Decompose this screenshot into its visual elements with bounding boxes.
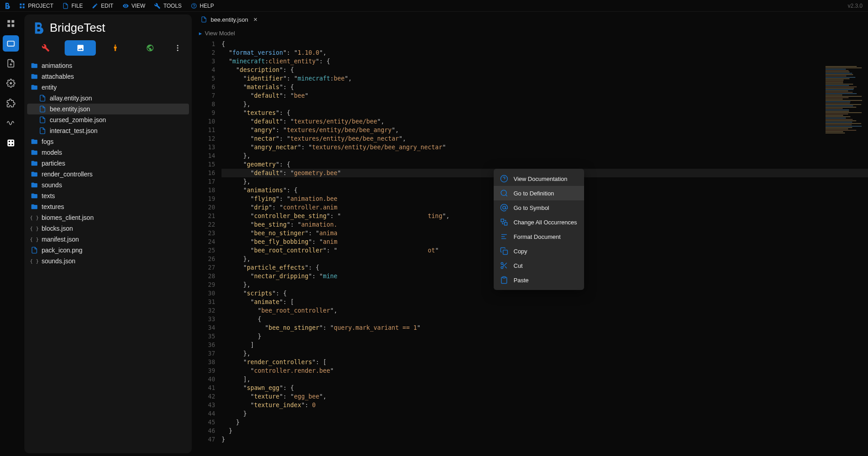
tree-item[interactable]: { }biomes_client.json bbox=[27, 212, 189, 223]
ctx-view-documentation[interactable]: View Documentation bbox=[494, 171, 584, 186]
tree-item[interactable]: allay.entity.json bbox=[27, 93, 189, 104]
tree-item-label: attachables bbox=[42, 73, 74, 80]
ctx-go-to-symbol[interactable]: Go to Symbol bbox=[494, 200, 584, 215]
pack-tab-behavior[interactable] bbox=[30, 40, 61, 56]
code-line[interactable]: "angry_nectar": "textures/entity/bee/bee… bbox=[222, 143, 868, 152]
tree-item[interactable]: textures bbox=[27, 201, 189, 212]
code-line[interactable]: "controller.render.bee" bbox=[222, 366, 868, 375]
svg-rect-39 bbox=[503, 277, 505, 278]
tab-bee-entity[interactable]: bee.entity.json bbox=[196, 13, 264, 26]
close-icon[interactable] bbox=[252, 16, 259, 23]
ctx-change-all-occurrences[interactable]: Change All Occurrences bbox=[494, 215, 584, 229]
code-line[interactable]: ], bbox=[222, 375, 868, 384]
code-line[interactable]: } bbox=[222, 418, 868, 427]
waveform-button[interactable] bbox=[3, 115, 19, 131]
tree-item[interactable]: pack_icon.png bbox=[27, 245, 189, 256]
code-line[interactable]: }, bbox=[222, 152, 868, 160]
menu-file[interactable]: FILE bbox=[58, 0, 87, 11]
tree-item[interactable]: interact_test.json bbox=[27, 125, 189, 136]
code-line[interactable]: { bbox=[222, 315, 868, 323]
breadcrumb[interactable]: ▸ View Model bbox=[194, 27, 868, 39]
code-line[interactable]: { bbox=[222, 40, 868, 48]
code-line[interactable]: "description": { bbox=[222, 66, 868, 74]
extension-button[interactable] bbox=[3, 95, 19, 111]
pack-tab-world[interactable] bbox=[134, 40, 165, 56]
tree-item[interactable]: particles bbox=[27, 158, 189, 169]
tree-item[interactable]: animations bbox=[27, 60, 189, 71]
code-line[interactable]: "format_version": "1.10.0", bbox=[222, 48, 868, 57]
tree-item[interactable]: attachables bbox=[27, 71, 189, 82]
tree-item[interactable]: sounds bbox=[27, 180, 189, 190]
code-line[interactable]: "texture": "egg_bee", bbox=[222, 392, 868, 401]
ctx-format-document[interactable]: Format Document bbox=[494, 229, 584, 244]
ctx-go-to-definition[interactable]: Go to Definition bbox=[494, 186, 584, 200]
code-line[interactable]: "minecraft:client_entity": { bbox=[222, 57, 868, 66]
code-line[interactable]: "geometry": { bbox=[222, 160, 868, 169]
dice-button[interactable] bbox=[3, 135, 19, 151]
code-line[interactable]: "render_controllers": [ bbox=[222, 358, 868, 366]
folder-icon bbox=[31, 62, 38, 69]
code-line[interactable]: } bbox=[222, 435, 868, 444]
tree-item-label: allay.entity.json bbox=[50, 95, 92, 102]
code-line[interactable]: } bbox=[222, 332, 868, 341]
file-add-button[interactable] bbox=[3, 55, 19, 71]
tree-item[interactable]: entity bbox=[27, 82, 189, 93]
svg-rect-28 bbox=[501, 219, 504, 222]
tree-item[interactable]: models bbox=[27, 147, 189, 158]
apps-button[interactable] bbox=[3, 15, 19, 32]
code-line[interactable]: "textures": { bbox=[222, 109, 868, 117]
tree-item[interactable]: { }manifest.json bbox=[27, 234, 189, 245]
code-line[interactable]: }, bbox=[222, 349, 868, 358]
code-line[interactable]: "texture_index": 0 bbox=[222, 401, 868, 409]
menu-help[interactable]: HELP bbox=[186, 0, 218, 11]
tree-item[interactable]: texts bbox=[27, 190, 189, 201]
pack-tab-resource[interactable] bbox=[65, 40, 96, 56]
svg-point-14 bbox=[12, 141, 13, 142]
tree-item[interactable]: fogs bbox=[27, 136, 189, 147]
menu-project[interactable]: PROJECT bbox=[14, 0, 58, 11]
svg-rect-4 bbox=[8, 20, 10, 23]
folder-button[interactable] bbox=[3, 35, 19, 52]
code-line[interactable]: ] bbox=[222, 341, 868, 349]
sidebar: BridgeTest animationsattachablesentityal… bbox=[24, 14, 192, 453]
code-line[interactable]: "default": "bee" bbox=[222, 91, 868, 100]
waveform-icon bbox=[6, 119, 15, 128]
tree-item[interactable]: { }sounds.json bbox=[27, 256, 189, 266]
tree-item[interactable]: bee.entity.json bbox=[27, 104, 189, 114]
tree-item-label: sounds.json bbox=[42, 257, 75, 265]
ctx-item-label: Copy bbox=[514, 248, 527, 255]
code-line[interactable]: "bee_root_controller", bbox=[222, 306, 868, 315]
code-line[interactable]: "bee_no_stinger": "query.mark_variant ==… bbox=[222, 323, 868, 332]
code-line[interactable]: "spawn_egg": { bbox=[222, 384, 868, 392]
tree-item[interactable]: render_controllers bbox=[27, 169, 189, 180]
settings-build-button[interactable] bbox=[3, 75, 19, 91]
code-line[interactable]: "identifier": "minecraft:bee", bbox=[222, 74, 868, 83]
line-gutter: 1234567891011121314151617181920212223242… bbox=[194, 39, 222, 456]
code-line[interactable]: "angry": "textures/entity/bee/bee_angry"… bbox=[222, 126, 868, 134]
code-line[interactable]: } bbox=[222, 409, 868, 418]
code-line[interactable]: "scripts": { bbox=[222, 289, 868, 298]
ctx-paste[interactable]: Paste bbox=[494, 273, 584, 287]
tree-item[interactable]: { }blocks.json bbox=[27, 223, 189, 234]
code-line[interactable]: } bbox=[222, 427, 868, 435]
code-line[interactable]: }, bbox=[222, 100, 868, 109]
pack-tab-skin[interactable] bbox=[99, 40, 131, 56]
svg-point-27 bbox=[503, 206, 505, 209]
settings-build-icon bbox=[6, 79, 15, 88]
replace-icon bbox=[500, 218, 508, 226]
tree-item[interactable]: cursed_zombie.json bbox=[27, 114, 189, 125]
menu-tools[interactable]: TOOLS bbox=[150, 0, 186, 11]
code-line[interactable]: "animate": [ bbox=[222, 298, 868, 306]
ctx-cut[interactable]: Cut bbox=[494, 258, 584, 273]
code-line[interactable]: "default": "textures/entity/bee/bee", bbox=[222, 117, 868, 126]
code-line[interactable]: "materials": { bbox=[222, 83, 868, 91]
file-icon bbox=[62, 3, 69, 9]
pack-tab-more[interactable] bbox=[169, 40, 186, 56]
tree-item-label: cursed_zombie.json bbox=[50, 116, 106, 124]
menu-edit[interactable]: EDIT bbox=[87, 0, 118, 11]
code-line[interactable]: "nectar": "textures/entity/bee/bee_necta… bbox=[222, 134, 868, 143]
ctx-copy[interactable]: Copy bbox=[494, 244, 584, 258]
menu-view[interactable]: VIEW bbox=[118, 0, 150, 11]
menu-file-label: FILE bbox=[71, 3, 83, 9]
svg-point-17 bbox=[114, 45, 116, 46]
